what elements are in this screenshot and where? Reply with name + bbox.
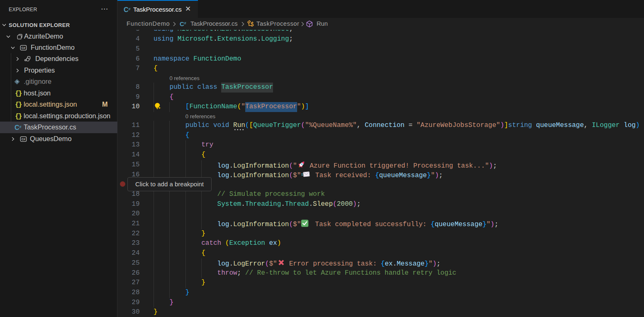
svg-text:C#: C#: [22, 137, 25, 141]
svg-text:C#: C#: [22, 46, 25, 50]
